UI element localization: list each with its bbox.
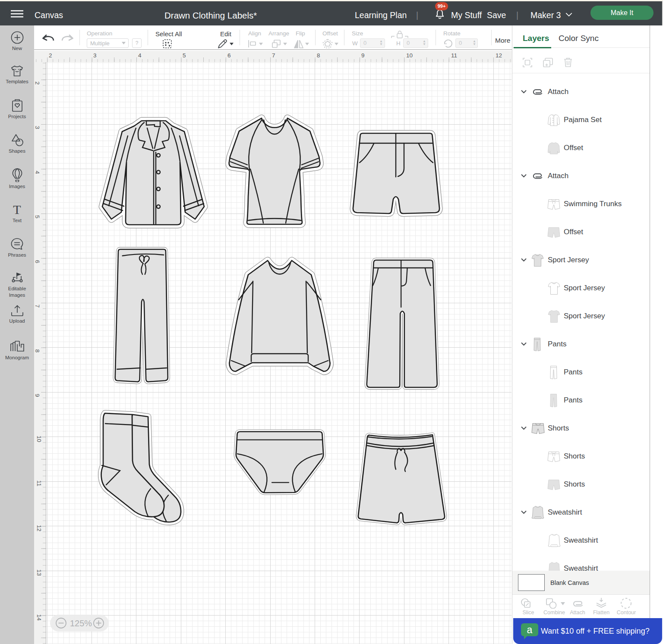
svg-text:a: a <box>527 624 533 635</box>
